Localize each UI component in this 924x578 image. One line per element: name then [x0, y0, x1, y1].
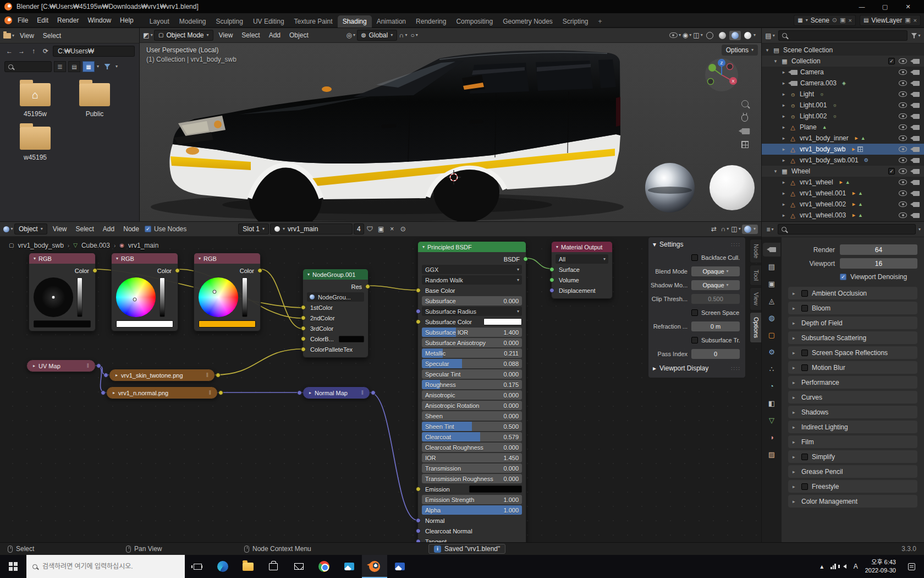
section-curves[interactable]: ▸Curves — [788, 391, 917, 403]
hide-render-icon[interactable] — [913, 103, 920, 108]
breadcrumb-item[interactable]: Cube.003 — [81, 242, 110, 249]
outliner-row[interactable]: ▸△vrv1_wheel►▲ — [762, 177, 924, 188]
file-browser-menu[interactable]: View — [15, 31, 38, 41]
node-rgb-3[interactable]: ▾RGBColor — [194, 253, 261, 331]
edge-button[interactable] — [210, 555, 235, 578]
color-swatch[interactable] — [199, 320, 256, 328]
group-input-colorpalletetex[interactable]: ColorPalleteTex — [307, 345, 364, 354]
section-simplify[interactable]: ▸Simplify — [788, 450, 917, 463]
hide-viewport-icon[interactable] — [899, 124, 907, 130]
input-socket[interactable] — [549, 267, 554, 272]
hide-viewport-icon[interactable] — [899, 190, 907, 196]
workspace-tab-shading[interactable]: Shading — [338, 15, 372, 28]
expand-icon[interactable]: ▸ — [780, 135, 787, 141]
output-socket[interactable] — [218, 390, 223, 395]
properties-tab-material[interactable]: ◑ — [763, 430, 780, 444]
shader-menu[interactable]: View — [48, 224, 72, 234]
hide-viewport-icon[interactable] — [899, 157, 907, 163]
outliner-row[interactable]: ▾▤Scene Collection — [762, 45, 924, 56]
bsdf-sheen[interactable]: Sheen0.000 — [422, 411, 522, 421]
value-slider[interactable] — [242, 277, 248, 317]
properties-tab-output[interactable]: ▤ — [763, 260, 780, 274]
display-vertical-list-button[interactable]: ☰ — [54, 61, 66, 72]
workspace-tab-sculpting[interactable]: Sculpting — [211, 15, 248, 28]
color-wheel[interactable] — [116, 277, 156, 317]
properties-tab-modifiers[interactable]: ⚙ — [763, 345, 780, 359]
workspace-tab-geometry-nodes[interactable]: Geometry Nodes — [498, 15, 558, 28]
input-socket[interactable] — [301, 347, 306, 352]
shader-type-dropdown[interactable]: Object▾ — [14, 223, 47, 235]
collapse-icon[interactable]: ▾ — [34, 256, 36, 261]
node-rgb-2[interactable]: ▾RGBColor — [111, 253, 178, 331]
outliner-row[interactable]: ▸△vrv1_body_inner►▲ — [762, 133, 924, 144]
shading-wireframe-button[interactable] — [704, 31, 716, 40]
outliner-row[interactable]: ▸△vrv1_body_swb► — [762, 144, 924, 155]
setting-checkbox[interactable] — [691, 309, 698, 316]
input-socket[interactable] — [416, 528, 421, 533]
section-freestyle[interactable]: ▸Freestyle — [788, 480, 917, 493]
setting-value[interactable]: 0.500 — [691, 294, 740, 304]
workspace-tab-scripting[interactable]: Scripting — [558, 15, 593, 28]
properties-tab-render[interactable] — [763, 243, 780, 257]
input-socket[interactable] — [416, 288, 421, 293]
speaker-icon[interactable] — [843, 564, 846, 569]
shader-menu[interactable]: Add — [98, 224, 119, 234]
setting-value[interactable]: Opaque▾ — [691, 266, 740, 276]
output-socket[interactable] — [365, 284, 370, 289]
bsdf-anisotropic[interactable]: Anisotropic0.000 — [422, 390, 522, 400]
outliner-filter-button[interactable]: ▾ — [911, 30, 921, 41]
hide-viewport-icon[interactable] — [899, 80, 907, 86]
group-input-2ndcolor[interactable]: 2ndColor — [307, 313, 364, 323]
section-checkbox[interactable] — [801, 305, 808, 312]
input-socket[interactable] — [301, 305, 306, 310]
input-socket[interactable] — [301, 336, 306, 341]
input-socket[interactable] — [416, 487, 421, 492]
hide-render-icon[interactable] — [913, 202, 920, 207]
expand-icon[interactable]: ▸ — [780, 190, 787, 196]
section-ambient-occlusion[interactable]: ▸Ambient Occlusion — [788, 287, 917, 299]
color-swatch[interactable] — [483, 318, 522, 325]
expand-icon[interactable]: ▸ — [653, 364, 656, 372]
color-cursor[interactable] — [52, 296, 56, 299]
node-header[interactable]: ▾Material Output — [552, 242, 612, 252]
outliner-row[interactable]: ▸△vrv1_wheel.003►▲ — [762, 210, 924, 221]
matcap-preview-sphere[interactable] — [710, 165, 755, 210]
ime-indicator[interactable]: A — [854, 563, 858, 570]
hide-viewport-icon[interactable] — [899, 168, 907, 174]
section-checkbox[interactable] — [801, 454, 808, 460]
group-input-3rdcolor[interactable]: 3rdColor — [307, 324, 364, 333]
hide-viewport-icon[interactable] — [899, 69, 907, 75]
expand-icon[interactable]: ▸ — [113, 390, 115, 395]
node-tree-path-button[interactable]: ⇄ — [709, 223, 719, 235]
expand-icon[interactable]: ▸ — [780, 113, 787, 119]
property-value[interactable]: 16 — [840, 258, 917, 269]
expand-icon[interactable]: ▸ — [780, 91, 787, 97]
blender-app-button[interactable] — [362, 555, 387, 578]
bsdf-transmission-roughness[interactable]: Transmission Roughness0.000 — [422, 474, 522, 483]
overlays-button[interactable]: ◫▾ — [693, 30, 703, 41]
close-button[interactable]: ✕ — [897, 0, 920, 13]
file-search-input[interactable] — [4, 61, 52, 72]
node-rgb-1[interactable]: ▾RGBColor — [29, 253, 96, 331]
section-film[interactable]: ▸Film — [788, 435, 917, 448]
collapse-icon[interactable]: ▾ — [116, 256, 118, 261]
outliner-item-label[interactable]: vrv1_wheel — [800, 178, 833, 186]
minimize-button[interactable]: — — [850, 0, 873, 13]
expand-icon[interactable]: ▸ — [116, 373, 118, 378]
output-input-surface[interactable]: Surface — [556, 265, 608, 274]
viewlayer-selector[interactable]: ▤ ViewLayer ▣ × — [860, 15, 921, 26]
collapse-icon[interactable]: ▾ — [772, 58, 779, 64]
workspace-tab-modeling[interactable]: Modeling — [174, 15, 211, 28]
file-explorer-button[interactable] — [235, 555, 261, 578]
network-icon[interactable] — [831, 564, 836, 569]
input-socket[interactable] — [416, 539, 421, 542]
maximize-button[interactable]: ▢ — [873, 0, 897, 13]
setting-value[interactable]: Opaque▾ — [691, 280, 740, 290]
outliner-item-label[interactable]: vrv1_wheel.001 — [800, 189, 846, 197]
outliner-row[interactable]: ▸△Plane▲ — [762, 122, 924, 133]
bsdf-subsurface-color[interactable]: Subsurface Color — [422, 317, 522, 326]
folder-item[interactable]: Public — [67, 83, 122, 118]
node-header[interactable]: ▾RGB — [194, 253, 260, 264]
bsdf-alpha[interactable]: Alpha1.000 — [422, 505, 522, 515]
section-motion-blur[interactable]: ▸Motion Blur — [788, 361, 917, 374]
